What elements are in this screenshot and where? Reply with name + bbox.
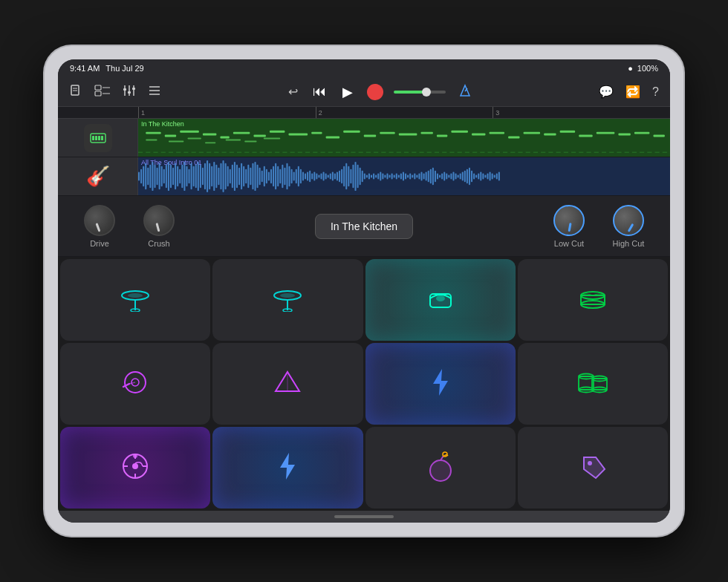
svg-rect-172: [394, 175, 395, 178]
chat-icon[interactable]: 💬: [597, 82, 616, 101]
guitar-icon: 🎸: [86, 165, 110, 188]
svg-rect-20: [95, 136, 97, 140]
time: 9:41 AM: [70, 64, 100, 73]
svg-rect-171: [391, 174, 393, 180]
high-cut-knob[interactable]: [613, 205, 644, 236]
svg-rect-38: [421, 132, 433, 134]
drum-icon: [576, 285, 609, 315]
svg-rect-111: [254, 162, 256, 191]
svg-rect-189: [432, 168, 434, 186]
svg-rect-141: [323, 172, 325, 181]
svg-rect-65: [149, 165, 151, 188]
rewind-button[interactable]: ⏮: [311, 83, 328, 101]
svg-rect-131: [300, 169, 302, 184]
svg-rect-127: [291, 169, 293, 184]
volume-knob[interactable]: [422, 88, 431, 97]
loop-icon[interactable]: 🔁: [623, 82, 643, 101]
midi-track-bg: In The Kitchen: [138, 119, 670, 157]
play-button[interactable]: ▶: [339, 83, 357, 101]
tracks-icon[interactable]: [92, 82, 113, 102]
svg-rect-50: [634, 132, 649, 134]
scratch-icon: [119, 369, 152, 399]
svg-rect-117: [268, 172, 270, 181]
svg-rect-125: [286, 163, 287, 189]
svg-rect-126: [289, 166, 290, 186]
audio-track-content[interactable]: All The Soul Intro 01 // Generate wavefo…: [138, 157, 670, 195]
pad-8[interactable]: [518, 343, 668, 425]
ruler-mark-3: 3: [493, 107, 670, 118]
wifi-icon: ●: [628, 64, 633, 73]
low-cut-knob[interactable]: [553, 205, 585, 236]
metronome-icon[interactable]: [456, 82, 474, 102]
pad-1[interactable]: [60, 259, 210, 341]
crush-label: Crush: [148, 239, 169, 248]
pad-7[interactable]: [365, 343, 516, 425]
svg-rect-196: [448, 175, 449, 178]
svg-rect-108: [247, 165, 249, 188]
svg-rect-43: [508, 137, 519, 139]
svg-rect-74: [170, 165, 172, 188]
pad-5[interactable]: [60, 343, 210, 425]
svg-rect-86: [198, 162, 199, 191]
pad-11[interactable]: [365, 427, 516, 509]
svg-point-256: [430, 460, 451, 481]
svg-rect-106: [243, 166, 244, 186]
high-cut-label: High Cut: [613, 239, 645, 248]
svg-rect-97: [223, 160, 224, 192]
svg-rect-124: [284, 168, 285, 186]
svg-rect-192: [439, 175, 441, 178]
browser-icon[interactable]: [146, 82, 163, 102]
pad-6[interactable]: [212, 343, 363, 425]
svg-point-224: [280, 293, 295, 298]
timeline-area: 1 2 3: [58, 107, 670, 196]
svg-rect-25: [180, 131, 199, 133]
svg-rect-169: [386, 174, 388, 180]
svg-rect-136: [311, 174, 313, 180]
crush-knob-indicator: [155, 223, 160, 232]
svg-rect-75: [172, 168, 174, 186]
svg-rect-46: [560, 131, 575, 133]
record-button[interactable]: [367, 84, 383, 100]
svg-rect-72: [166, 165, 167, 188]
svg-rect-76: [175, 163, 176, 189]
svg-rect-34: [343, 131, 360, 133]
help-icon[interactable]: ?: [650, 83, 661, 101]
svg-rect-35: [364, 135, 376, 137]
svg-rect-105: [241, 163, 242, 189]
drive-knob[interactable]: [84, 205, 115, 236]
mixer-icon[interactable]: [120, 82, 138, 102]
document-icon[interactable]: [67, 82, 85, 102]
pad-2[interactable]: [212, 259, 363, 341]
svg-rect-212: [484, 175, 486, 178]
svg-rect-145: [332, 172, 334, 181]
preset-name[interactable]: In The Kitchen: [315, 214, 413, 239]
svg-rect-218: [498, 172, 500, 181]
svg-rect-130: [298, 166, 299, 186]
conga-icon: [574, 369, 611, 399]
undo-icon[interactable]: ↩: [286, 82, 300, 101]
svg-rect-197: [450, 174, 452, 180]
svg-rect-23: [146, 132, 160, 134]
pad-3[interactable]: [365, 259, 516, 341]
pad-4[interactable]: [518, 259, 668, 341]
svg-rect-151: [345, 163, 347, 189]
svg-rect-195: [446, 174, 447, 180]
svg-rect-113: [259, 168, 261, 186]
crush-knob[interactable]: [143, 205, 175, 236]
svg-rect-107: [245, 169, 247, 184]
svg-rect-103: [236, 165, 238, 188]
midi-track-content[interactable]: In The Kitchen: [138, 119, 670, 157]
svg-rect-58: [264, 138, 281, 140]
pad-10[interactable]: [212, 427, 363, 509]
svg-rect-39: [437, 135, 447, 137]
pad-12[interactable]: [518, 427, 668, 509]
svg-rect-187: [428, 171, 429, 183]
scroll-indicator: [334, 515, 394, 518]
svg-marker-254: [280, 453, 295, 480]
svg-rect-92: [211, 166, 212, 186]
volume-slider[interactable]: [394, 91, 446, 94]
drive-knob-group: Drive: [70, 205, 129, 248]
svg-rect-67: [154, 165, 155, 188]
svg-rect-45: [544, 134, 556, 136]
pad-9[interactable]: [60, 427, 210, 509]
